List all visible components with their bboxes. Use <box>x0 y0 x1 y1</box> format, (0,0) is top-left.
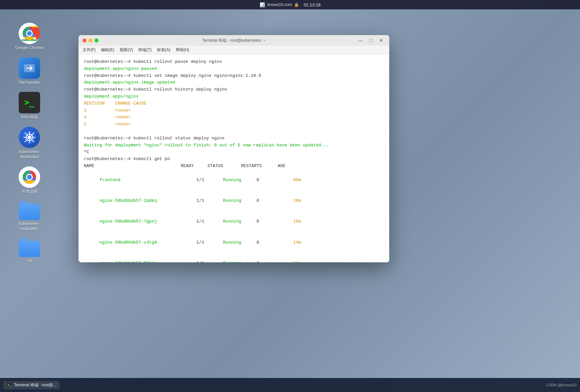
sidebar-item-k8s-examples[interactable]: kubernetes-examples <box>6 199 53 234</box>
terminal-line: root@kubernetes:~# kubectl set image dep… <box>84 73 384 80</box>
terminal-line: ^C <box>84 149 384 156</box>
terminal-line: deployment.apps/nginx paused <box>84 66 384 73</box>
terminal-table-header: NAMEREADYSTATUSRESTARTSAGE <box>84 163 384 170</box>
filetransfer-icon <box>19 57 40 79</box>
svg-point-5 <box>27 31 32 36</box>
taskbar: >_ Terminal 终端 - root@... CSDN @Knows10 <box>0 378 580 392</box>
menu-tab[interactable]: 标签(A) <box>157 47 170 53</box>
window-controls: — □ ✕ <box>356 37 385 44</box>
k8s-examples-label: kubernetes-examples <box>19 221 40 232</box>
terminal-line: root@kubernetes:~# kubectl rollout histo… <box>84 86 384 93</box>
xfce-terminal-label: Xfce 终端 <box>21 115 38 120</box>
close-button[interactable] <box>83 38 87 42</box>
cni-folder-icon <box>19 238 40 257</box>
cni-label: cni <box>27 258 32 264</box>
menu-bar-time: 01:13:18 <box>304 2 321 7</box>
sidebar-item-env-desc[interactable]: 环境说明 <box>6 164 53 197</box>
menu-terminal[interactable]: 终端(T) <box>138 47 151 53</box>
taskbar-item-label: Terminal 终端 - root@... <box>14 382 56 388</box>
sidebar: Google Chrome FileTransfer >_ Xfce 终端 <box>0 13 58 378</box>
terminal-title: Terminal 终端 - root@kubernetes: ~ <box>202 38 265 43</box>
terminal-body[interactable]: root@kubernetes:~# kubectl rollout pause… <box>79 54 389 262</box>
maximize-button[interactable] <box>95 38 99 42</box>
k8s-icon <box>19 127 40 148</box>
terminal-pod-row: nginx-58bd66db57-2q9kq1/1Running010m <box>84 190 384 211</box>
terminal-line: 4 <none> <box>84 114 384 121</box>
svg-point-13 <box>28 136 31 139</box>
taskbar-terminal-item[interactable]: >_ Terminal 终端 - root@... <box>3 381 59 389</box>
terminal-window: Terminal 终端 - root@kubernetes: ~ — □ ✕ 文… <box>79 35 389 262</box>
menu-help[interactable]: 帮助(H) <box>176 47 189 53</box>
terminal-pod-row: nginx-58bd66db57-7gpxj1/1Running010m <box>84 212 384 232</box>
env-icon <box>19 166 40 188</box>
svg-point-18 <box>27 175 32 179</box>
terminal-line: deployment.apps/nginx <box>84 93 384 100</box>
minimize-win-control[interactable]: — <box>356 37 365 44</box>
close-win-control[interactable]: ✕ <box>377 37 385 44</box>
chrome-label: Google Chrome <box>15 45 43 51</box>
menu-bar-icon: 📊 <box>260 2 265 7</box>
xfce-terminal-icon: >_ <box>19 92 40 113</box>
terminal-pod-row: nginx-58bd66db57-fl5dw1/1Running014m <box>84 253 384 262</box>
menu-bar-center: 📊 knows10.com 🔒 01:13:18 <box>260 2 321 7</box>
sidebar-item-filetransfer[interactable]: FileTransfer <box>6 55 53 88</box>
chrome-icon <box>19 23 40 44</box>
site-name: knows10.com <box>268 2 292 7</box>
terminal-line: 3 <none> <box>84 107 384 114</box>
k8s-examples-folder-icon <box>19 201 40 220</box>
terminal-pod-row: nginx-58bd66db57-c4tg91/1Running014m <box>84 232 384 253</box>
traffic-lights <box>83 38 99 42</box>
menu-view[interactable]: 视图(V) <box>120 47 133 53</box>
terminal-line: 5 <none> <box>84 121 384 128</box>
menu-file[interactable]: 文件(F) <box>83 47 96 53</box>
terminal-line: REVISION CHANGE-CAUSE <box>84 100 384 107</box>
sidebar-item-xfce-terminal[interactable]: >_ Xfce 终端 <box>6 89 53 123</box>
minimize-button[interactable] <box>89 38 93 42</box>
env-desc-label: 环境说明 <box>21 189 37 194</box>
lock-icon: 🔒 <box>294 2 299 7</box>
terminal-line <box>84 128 384 135</box>
menu-edit[interactable]: 编辑(E) <box>101 47 114 53</box>
taskbar-brand: CSDN @Knows10 <box>546 383 577 387</box>
terminal-line: deployment.apps/nginx image updated <box>84 79 384 86</box>
k8s-dashboard-label: kubernetes-dashboard <box>19 149 40 160</box>
terminal-titlebar: Terminal 终端 - root@kubernetes: ~ — □ ✕ <box>79 35 389 46</box>
terminal-line: root@kubernetes:~# kubectl get po <box>84 156 384 163</box>
terminal-line: root@kubernetes:~# kubectl rollout statu… <box>84 135 384 142</box>
sidebar-item-google-chrome[interactable]: Google Chrome <box>6 20 53 53</box>
terminal-pod-row: frontend1/1Running060m <box>84 170 384 190</box>
sidebar-item-k8s-dashboard[interactable]: kubernetes-dashboard <box>6 124 53 162</box>
restore-win-control[interactable]: □ <box>368 37 375 44</box>
terminal-line: Waiting for deployment "nginx" rollout t… <box>84 142 384 149</box>
menu-bar: 📊 knows10.com 🔒 01:13:18 <box>0 0 580 9</box>
sidebar-item-cni[interactable]: cni <box>6 236 53 266</box>
terminal-line: root@kubernetes:~# kubectl rollout pause… <box>84 58 384 66</box>
taskbar-terminal-icon: >_ <box>7 382 12 388</box>
terminal-menubar: 文件(F) 编辑(E) 视图(V) 终端(T) 标签(A) 帮助(H) <box>79 46 389 54</box>
filetransfer-label: FileTransfer <box>19 80 40 86</box>
menu-bar-title: knows10.com 🔒 <box>268 2 299 7</box>
